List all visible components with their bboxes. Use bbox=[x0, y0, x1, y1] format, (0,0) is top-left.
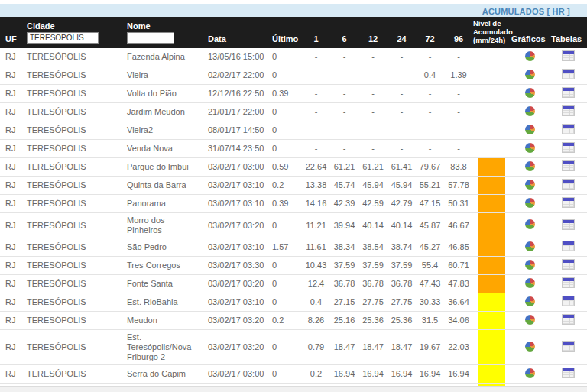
cell-72h: 16.94 bbox=[416, 365, 444, 384]
cell-12h: 37.59 bbox=[358, 257, 388, 275]
pie-chart-icon[interactable] bbox=[525, 219, 535, 229]
cell-6h: 27.15 bbox=[330, 293, 358, 312]
cell-72h: - bbox=[416, 121, 444, 140]
table-icon[interactable] bbox=[562, 105, 575, 116]
cell-uf: RJ bbox=[0, 275, 21, 293]
cell-6h: - bbox=[330, 85, 358, 103]
cell-nome: Volta do Pião bbox=[122, 85, 203, 103]
cell-1h: 10.43 bbox=[302, 257, 330, 275]
cell-ultimo: 0 bbox=[268, 293, 302, 312]
cell-data: 03/02/17 03:10 bbox=[203, 238, 268, 257]
pie-chart-icon[interactable] bbox=[525, 180, 535, 190]
cell-96h: 1.39 bbox=[444, 66, 473, 85]
table-icon[interactable] bbox=[562, 142, 575, 153]
pie-chart-icon[interactable] bbox=[525, 315, 535, 325]
table-row: RJTERESÓPOLISPanorama03/02/17 03:100.391… bbox=[0, 195, 587, 213]
table-icon[interactable] bbox=[562, 314, 575, 325]
table-icon[interactable] bbox=[562, 241, 575, 251]
table-icon[interactable] bbox=[562, 124, 575, 134]
table-header: UF Cidade Nome Data Último 1 6 12 24 72 … bbox=[0, 17, 587, 48]
cell-6h: - bbox=[330, 121, 358, 140]
cell-tabelas bbox=[550, 85, 587, 103]
cell-nome: Morro dos Pinheiros bbox=[122, 213, 203, 238]
table-row: RJTERESÓPOLISVolta do Pião12/12/16 22:50… bbox=[0, 85, 587, 103]
cell-tabelas bbox=[550, 48, 587, 66]
pie-chart-icon[interactable] bbox=[525, 70, 535, 79]
table-icon[interactable] bbox=[562, 50, 575, 61]
cell-12h: - bbox=[358, 85, 388, 103]
table-icon[interactable] bbox=[562, 197, 575, 208]
pie-chart-icon[interactable] bbox=[525, 143, 535, 153]
cell-6h: 38.34 bbox=[330, 238, 358, 257]
cell-96h: 34.06 bbox=[444, 312, 473, 330]
table-icon[interactable] bbox=[562, 219, 575, 230]
pie-chart-icon[interactable] bbox=[525, 51, 535, 61]
table-icon[interactable] bbox=[562, 277, 575, 288]
table-icon[interactable] bbox=[562, 69, 575, 79]
table-icon[interactable] bbox=[562, 259, 575, 270]
table-icon[interactable] bbox=[562, 87, 575, 98]
cell-ultimo: 0 bbox=[268, 213, 302, 238]
pie-chart-icon[interactable] bbox=[525, 125, 535, 134]
cell-nivel-acumulado bbox=[473, 365, 510, 384]
table-icon[interactable] bbox=[562, 160, 575, 171]
cell-tabelas bbox=[550, 257, 587, 275]
cell-uf: RJ bbox=[0, 85, 21, 103]
pie-chart-icon[interactable] bbox=[525, 106, 535, 116]
cell-cidade: TERESÓPOLIS bbox=[21, 121, 122, 140]
cell-72h: 0.4 bbox=[416, 66, 444, 85]
pie-chart-icon[interactable] bbox=[525, 198, 535, 208]
pie-chart-icon[interactable] bbox=[525, 342, 535, 352]
cell-nivel-acumulado bbox=[473, 158, 510, 177]
pie-chart-icon[interactable] bbox=[525, 260, 535, 270]
column-header-1h: 1 bbox=[302, 17, 330, 48]
cell-nome: Fazenda Alpina bbox=[122, 48, 203, 66]
cell-data: 03/02/17 03:10 bbox=[203, 293, 268, 312]
cell-72h: - bbox=[416, 140, 444, 158]
pie-chart-icon[interactable] bbox=[525, 368, 535, 378]
cell-data: 03/02/17 03:00 bbox=[203, 158, 268, 177]
cell-72h: 55.21 bbox=[416, 177, 444, 195]
table-icon[interactable] bbox=[562, 296, 575, 306]
pie-chart-icon[interactable] bbox=[525, 161, 535, 171]
pie-chart-icon[interactable] bbox=[525, 296, 535, 306]
table-body: RJTERESÓPOLISFazenda Alpina13/05/16 15:0… bbox=[0, 48, 587, 392]
acumulados-hr-link[interactable]: ACUMULADOS [ HR ] bbox=[482, 7, 570, 16]
cell-96h: 16.94 bbox=[444, 365, 473, 384]
column-header-12h: 12 bbox=[358, 17, 388, 48]
cell-nome: Quinta da Barra bbox=[122, 177, 203, 195]
cell-96h: 47.83 bbox=[444, 275, 473, 293]
table-icon[interactable] bbox=[562, 368, 575, 378]
table-icon[interactable] bbox=[562, 179, 575, 190]
cell-1h: 11.61 bbox=[302, 238, 330, 257]
cell-96h: 36.64 bbox=[444, 293, 473, 312]
column-header-24h: 24 bbox=[388, 17, 416, 48]
cell-ultimo: 0 bbox=[268, 257, 302, 275]
cell-6h: 45.74 bbox=[330, 177, 358, 195]
cell-1h: 0.4 bbox=[302, 293, 330, 312]
cell-ultimo: 0 bbox=[268, 48, 302, 66]
cell-cidade: TERESÓPOLIS bbox=[21, 213, 122, 238]
cell-12h: - bbox=[358, 140, 388, 158]
cell-72h: 45.27 bbox=[416, 238, 444, 257]
cidade-filter-input[interactable] bbox=[27, 32, 99, 44]
cell-data: 12/12/16 22:50 bbox=[203, 85, 268, 103]
cell-nome: Venda Nova bbox=[122, 140, 203, 158]
nome-filter-input[interactable] bbox=[127, 32, 174, 44]
cell-nivel-acumulado bbox=[473, 257, 510, 275]
pie-chart-icon[interactable] bbox=[525, 278, 535, 288]
cell-data: 03/02/17 03:00 bbox=[203, 365, 268, 384]
cell-24h: 61.41 bbox=[388, 158, 416, 177]
cell-tabelas bbox=[550, 177, 587, 195]
cell-1h: 14.16 bbox=[302, 195, 330, 213]
cell-graficos bbox=[510, 85, 550, 103]
nome-filter-label: Nome bbox=[127, 21, 203, 31]
cell-graficos bbox=[510, 293, 550, 312]
cell-12h: 40.14 bbox=[358, 213, 388, 238]
cell-ultimo: 0 bbox=[268, 365, 302, 384]
column-header-ultimo: Último bbox=[268, 17, 302, 48]
cell-96h: - bbox=[444, 85, 473, 103]
pie-chart-icon[interactable] bbox=[525, 241, 535, 251]
pie-chart-icon[interactable] bbox=[525, 88, 535, 98]
table-icon[interactable] bbox=[562, 341, 575, 352]
